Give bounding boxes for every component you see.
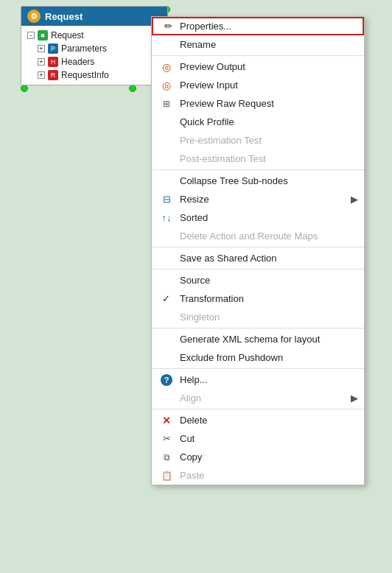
sort-icon: ↑↓ — [159, 212, 174, 223]
resize-icon: ⊟ — [159, 194, 174, 205]
divider4 — [152, 328, 364, 328]
menu-item-source[interactable]: Source — [152, 271, 364, 289]
preview-raw-label: Preview Raw Request — [180, 98, 274, 109]
preview-output-icon: ◎ — [159, 61, 174, 73]
menu-item-help[interactable]: ? Help... — [152, 370, 364, 389]
menu-item-copy[interactable]: ⧉ Copy — [152, 448, 364, 466]
pencil-icon: ✏ — [161, 21, 175, 32]
properties-label: Properties... — [180, 21, 231, 32]
rename-label: Rename — [180, 39, 216, 50]
menu-item-singleton: Singleton — [152, 308, 364, 326]
preview-input-icon: ◎ — [159, 80, 174, 91]
resize-label: Resize — [180, 194, 209, 205]
menu-item-post-estimation: Post-estimation Test — [152, 150, 364, 168]
menu-item-sorted[interactable]: ↑↓ Sorted — [152, 208, 364, 227]
menu-item-delete-action: Delete Action and Reroute Maps — [152, 227, 364, 245]
expander-headers[interactable]: + — [38, 58, 45, 66]
preview-output-label: Preview Output — [180, 61, 245, 72]
menu-item-generate-xml[interactable]: Generate XML schema for layout — [152, 330, 364, 348]
quick-profile-label: Quick Profile — [180, 116, 234, 127]
dot-bm — [129, 85, 136, 92]
paste-icon: 📋 — [159, 471, 174, 481]
preview-raw-icon: ⊞ — [159, 99, 174, 109]
resize-arrow: ▶ — [351, 194, 358, 205]
cut-icon: ✂ — [159, 433, 174, 444]
exclude-pushdown-label: Exclude from Pushdown — [180, 352, 283, 363]
menu-item-preview-input[interactable]: ◎ Preview Input — [152, 76, 364, 94]
help-icon: ? — [159, 374, 174, 386]
menu-item-preview-raw[interactable]: ⊞ Preview Raw Request — [152, 94, 364, 113]
menu-item-cut[interactable]: ✂ Cut — [152, 429, 364, 448]
transformation-label: Transformation — [180, 293, 244, 304]
menu-item-transformation[interactable]: ✓ Transformation — [152, 289, 364, 308]
delete-icon: ✕ — [159, 415, 174, 426]
check-icon: ✓ — [162, 293, 170, 304]
generate-xml-label: Generate XML schema for layout — [180, 334, 320, 345]
expander-parameters[interactable]: + — [38, 45, 45, 52]
menu-item-resize[interactable]: ⊟ Resize ▶ — [152, 190, 364, 208]
help-label: Help... — [180, 374, 208, 385]
tree-item-requestinfo: + R RequestInfo — [21, 68, 167, 82]
pre-estimation-label: Pre-estimation Test — [180, 135, 262, 146]
menu-item-pre-estimation: Pre-estimation Test — [152, 131, 364, 150]
divider-after-rename — [152, 55, 364, 56]
delete-label: Delete — [180, 415, 208, 426]
node-body: - ■ Request + P Parameters + H Headers +… — [21, 26, 167, 85]
request-node: ⚙ Request - ■ Request + P Parameters + H… — [21, 6, 168, 85]
tree-item-headers: + H Headers — [21, 55, 167, 68]
paste-label: Paste — [180, 470, 204, 481]
post-estimation-label: Post-estimation Test — [180, 153, 266, 164]
singleton-label: Singleton — [180, 312, 220, 323]
align-label: Align — [180, 393, 201, 404]
tree-item-parameters: + P Parameters — [21, 42, 167, 55]
align-arrow: ▶ — [351, 393, 358, 404]
menu-item-rename[interactable]: Rename — [152, 35, 364, 54]
menu-item-paste: 📋 Paste — [152, 466, 364, 485]
dot-bl — [21, 85, 28, 92]
parameters-icon: P — [48, 43, 58, 54]
delete-action-label: Delete Action and Reroute Maps — [180, 231, 318, 242]
context-menu: ✏ Properties... Rename ◎ Preview Output … — [151, 16, 365, 485]
divider2 — [152, 247, 364, 247]
divider6 — [152, 409, 364, 409]
node-title: Request — [45, 11, 83, 22]
menu-item-preview-output[interactable]: ◎ Preview Output — [152, 57, 364, 76]
menu-item-quick-profile[interactable]: Quick Profile — [152, 113, 364, 131]
divider5 — [152, 368, 364, 369]
cut-label: Cut — [180, 433, 195, 444]
save-shared-label: Save as Shared Action — [180, 253, 277, 264]
tree-item-request: - ■ Request — [21, 29, 167, 42]
sorted-label: Sorted — [180, 212, 208, 223]
preview-input-label: Preview Input — [180, 80, 238, 91]
menu-item-save-shared[interactable]: Save as Shared Action — [152, 249, 364, 267]
divider1 — [152, 169, 364, 170]
menu-item-properties[interactable]: ✏ Properties... — [152, 17, 364, 35]
request-icon: ■ — [38, 30, 48, 41]
menu-item-exclude-pushdown[interactable]: Exclude from Pushdown — [152, 348, 364, 367]
menu-item-collapse[interactable]: Collapse Tree Sub-nodes — [152, 172, 364, 190]
help-circle-icon: ? — [161, 374, 172, 386]
copy-label: Copy — [180, 451, 202, 463]
divider3 — [152, 269, 364, 270]
headers-icon: H — [48, 57, 58, 67]
gear-icon: ⚙ — [27, 10, 41, 23]
expander-request[interactable]: - — [27, 32, 35, 39]
expander-requestinfo[interactable]: + — [38, 71, 45, 79]
menu-item-align: Align ▶ — [152, 389, 364, 407]
copy-icon: ⧉ — [159, 452, 174, 463]
collapse-label: Collapse Tree Sub-nodes — [180, 175, 288, 186]
menu-item-delete[interactable]: ✕ Delete — [152, 411, 364, 429]
requestinfo-icon: R — [48, 70, 58, 80]
node-header: ⚙ Request — [21, 7, 167, 26]
source-label: Source — [180, 275, 210, 286]
